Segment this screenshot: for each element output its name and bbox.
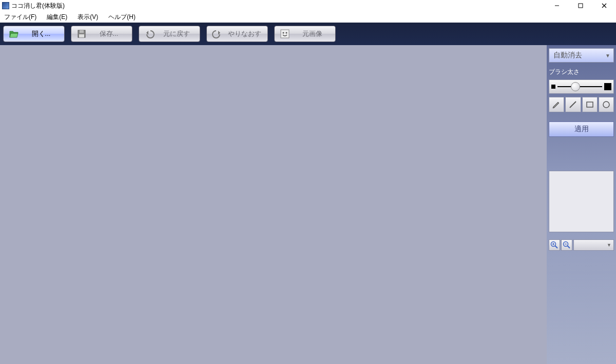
apply-label: 適用 xyxy=(574,125,589,134)
chevron-down-icon: ▼ xyxy=(605,53,610,58)
preview-panel xyxy=(549,171,614,232)
zoom-in-icon xyxy=(550,241,559,249)
slider-thumb[interactable] xyxy=(571,82,580,91)
zoom-in-button[interactable] xyxy=(549,239,560,251)
maximize-button[interactable] xyxy=(569,0,592,11)
window-title: ココ消し君(体験版) xyxy=(11,2,65,10)
zoom-select[interactable]: ▼ xyxy=(573,239,614,251)
svg-line-18 xyxy=(568,246,570,249)
side-panel: 自動消去 ▼ ブラシ太さ 適用 xyxy=(547,45,616,364)
chevron-down-icon: ▼ xyxy=(607,242,611,248)
svg-rect-6 xyxy=(79,34,84,37)
close-icon xyxy=(601,3,607,9)
redo-label: やりなおす xyxy=(226,29,262,38)
open-button[interactable]: 開く... xyxy=(3,26,65,42)
svg-line-10 xyxy=(570,102,576,108)
slider-track xyxy=(557,86,602,87)
smiley-icon xyxy=(280,29,290,39)
svg-rect-7 xyxy=(281,30,289,38)
floppy-icon xyxy=(76,29,87,39)
open-label: 開く... xyxy=(23,29,59,38)
undo-icon xyxy=(144,29,155,39)
tool-freehand[interactable] xyxy=(549,97,564,112)
undo-label: 元に戻す xyxy=(159,29,195,38)
main-area: 自動消去 ▼ ブラシ太さ 適用 xyxy=(0,45,616,364)
tool-row xyxy=(549,97,614,112)
redo-button[interactable]: やりなおす xyxy=(206,26,268,42)
brush-max-icon xyxy=(604,83,611,90)
line-icon xyxy=(568,100,578,109)
zoom-out-button[interactable] xyxy=(561,239,572,251)
tool-rectangle[interactable] xyxy=(582,97,598,112)
zoom-controls: ▼ xyxy=(549,239,614,251)
original-label: 元画像 xyxy=(294,29,330,38)
mode-select[interactable]: 自動消去 ▼ xyxy=(549,48,614,63)
rectangle-icon xyxy=(585,100,594,109)
mode-select-value: 自動消去 xyxy=(553,51,582,60)
svg-line-14 xyxy=(555,246,558,249)
minimize-icon xyxy=(554,3,560,9)
menu-file[interactable]: ファイル(F) xyxy=(2,12,38,23)
original-image-button[interactable]: 元画像 xyxy=(274,26,336,42)
save-button[interactable]: 保存... xyxy=(71,26,132,42)
svg-point-12 xyxy=(603,102,609,108)
titlebar: ココ消し君(体験版) xyxy=(0,0,616,11)
menu-view[interactable]: 表示(V) xyxy=(75,12,100,23)
menu-edit[interactable]: 編集(E) xyxy=(45,12,69,23)
zoom-out-icon xyxy=(563,241,571,249)
pencil-icon xyxy=(552,100,561,109)
svg-rect-11 xyxy=(587,102,593,107)
svg-point-8 xyxy=(283,32,284,34)
app-icon xyxy=(2,2,9,9)
brush-min-icon xyxy=(551,85,555,89)
menubar: ファイル(F) 編集(E) 表示(V) ヘルプ(H) xyxy=(0,11,616,23)
minimize-button[interactable] xyxy=(545,0,569,11)
tool-line[interactable] xyxy=(565,97,581,112)
circle-icon xyxy=(602,100,611,109)
canvas[interactable] xyxy=(0,45,547,364)
menu-help[interactable]: ヘルプ(H) xyxy=(106,12,138,23)
tool-ellipse[interactable] xyxy=(599,97,614,112)
svg-rect-1 xyxy=(579,4,583,8)
toolbar: 開く... 保存... 元に戻す やりなおす 元画像 xyxy=(0,23,616,45)
brush-size-slider[interactable] xyxy=(549,79,614,94)
apply-button[interactable]: 適用 xyxy=(549,122,614,137)
maximize-icon xyxy=(578,3,584,9)
svg-rect-5 xyxy=(80,30,84,33)
undo-button[interactable]: 元に戻す xyxy=(139,26,200,42)
close-button[interactable] xyxy=(592,0,616,11)
svg-point-9 xyxy=(286,32,287,34)
brush-size-label: ブラシ太さ xyxy=(549,68,614,76)
save-label: 保存... xyxy=(91,29,127,38)
redo-icon xyxy=(212,29,222,39)
folder-open-icon xyxy=(9,29,19,39)
